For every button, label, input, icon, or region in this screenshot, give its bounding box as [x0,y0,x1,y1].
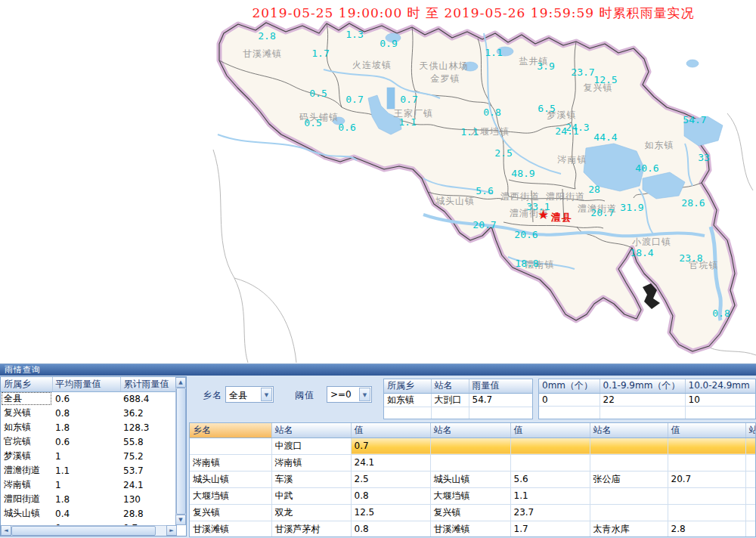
column-header[interactable]: 站名 [430,423,510,438]
cell[interactable]: 0.4 [52,506,120,521]
cell[interactable]: 双龙 [271,504,351,521]
cell[interactable]: 1 [52,478,120,492]
cell[interactable]: 甘溪滩镇 [430,521,510,537]
table-row[interactable]: 官垸镇0.655.8 [1,434,177,449]
cell[interactable]: 城头山镇 [1,506,52,521]
column-header[interactable]: 值 [351,423,430,438]
horizontal-scrollbar[interactable]: ◄ ► [1,525,177,536]
cell[interactable]: 75.2 [120,449,177,463]
vertical-scrollbar[interactable]: ▲ ▼ [175,377,186,525]
cell[interactable] [745,471,756,487]
cell[interactable]: 53.7 [120,463,177,478]
cell[interactable] [430,454,510,471]
cell[interactable]: 24.1 [351,454,430,471]
cell[interactable]: 0 [539,393,600,406]
cell[interactable]: 澧澹街道 [1,463,52,478]
cell[interactable]: 大剅口 [431,393,469,407]
scroll-up-icon[interactable]: ▲ [175,377,186,388]
cell[interactable] [384,407,431,419]
cell[interactable]: 如东镇 [384,393,431,407]
cell[interactable] [590,438,668,454]
column-header[interactable]: 站 [745,423,756,438]
cell[interactable] [745,487,756,504]
cell[interactable]: 涔南镇 [271,454,351,471]
scroll-down-icon[interactable]: ▼ [175,515,186,525]
scrollbar-thumb[interactable] [176,388,186,515]
cell[interactable] [430,438,510,454]
cell[interactable]: 大堰垱镇 [190,487,271,504]
table-row[interactable]: 澧阳街道1.8130 [1,492,177,506]
cell[interactable]: 复兴镇 [1,406,52,420]
cell[interactable] [510,438,590,454]
table-row[interactable]: 中渡口0.7 [190,438,756,454]
cell[interactable]: 10 [685,393,756,406]
column-header[interactable]: 乡名 [190,423,271,438]
cell[interactable]: 如东镇 [1,420,52,434]
cell[interactable]: 22 [600,393,685,406]
cell[interactable]: 1 [52,449,120,463]
cell[interactable] [539,406,600,419]
cell[interactable]: 12.5 [351,504,430,521]
cell[interactable] [745,438,756,454]
cell[interactable]: 复兴镇 [430,504,510,521]
cell[interactable]: 24.1 [120,478,177,492]
cell[interactable] [590,487,668,504]
cell[interactable]: 0.8 [351,487,430,504]
cell[interactable]: 130 [120,492,177,506]
table-row[interactable] [384,407,533,419]
column-header[interactable]: 站名 [271,423,351,438]
scroll-left-icon[interactable]: ◄ [1,525,11,536]
cell[interactable]: 55.8 [120,434,177,449]
cell[interactable]: 全县 [1,391,52,406]
cell[interactable]: 1.1 [510,487,590,504]
cell[interactable]: 0.6 [52,434,120,449]
cell[interactable] [190,438,271,454]
cell[interactable] [668,504,745,521]
cell[interactable]: 54.7 [469,393,533,407]
cell[interactable]: 涔南镇 [190,454,271,471]
table-row[interactable]: 复兴镇双龙12.5复兴镇23.7 [190,504,756,521]
table-row[interactable]: 涔南镇涔南镇24.1 [190,454,756,471]
cell[interactable]: 128.3 [120,420,177,434]
cell[interactable]: 0.8 [52,406,120,420]
column-header[interactable]: 站名 [431,379,469,393]
table-row[interactable]: 梦溪镇175.2 [1,449,177,463]
cell[interactable]: 大堰垱镇 [430,487,510,504]
table-row[interactable]: 甘溪滩镇甘溪芦茅村0.8甘溪滩镇1.7太青水库2.8 [190,521,756,537]
cell[interactable]: 2.5 [351,471,430,487]
table-row[interactable]: 城头山镇车溪2.5城头山镇5.6张公庙20.7 [190,471,756,487]
cell[interactable]: 28.8 [120,506,177,521]
column-header[interactable]: 0mm（个） [539,379,600,393]
column-header[interactable]: 0.1-9.9mm（个） [600,379,685,393]
cell[interactable]: 张公庙 [590,471,668,487]
table-row[interactable]: 城头山镇0.428.8 [1,506,177,521]
cell[interactable]: 23.7 [510,504,590,521]
cell[interactable]: 甘溪滩镇 [190,521,271,537]
threshold-select[interactable]: >=0 ▼ [327,386,372,403]
table-row[interactable]: 02210 [539,393,756,406]
cell[interactable]: 官垸镇 [1,434,52,449]
cell[interactable] [590,454,668,471]
table-row[interactable] [539,406,756,419]
cell[interactable]: 城头山镇 [430,471,510,487]
cell[interactable]: 复兴镇 [190,504,271,521]
scrollbar-thumb[interactable] [11,526,156,536]
cell[interactable] [745,521,756,537]
cell[interactable]: 20.7 [668,471,745,487]
cell[interactable]: 澧阳街道 [1,492,52,506]
cell[interactable]: 中武 [271,487,351,504]
column-header[interactable]: 值 [510,423,590,438]
cell[interactable]: 36.2 [120,406,177,420]
column-header[interactable]: 雨量值 [469,379,533,393]
scroll-right-icon[interactable]: ► [166,525,177,536]
cell[interactable] [745,454,756,471]
column-header[interactable]: 平均雨量值 [52,377,120,391]
cell[interactable]: 车溪 [271,471,351,487]
cell[interactable]: 1.7 [510,521,590,537]
cell[interactable] [668,438,745,454]
table-row[interactable]: 复兴镇0.836.2 [1,406,177,420]
column-header[interactable]: 值 [668,423,745,438]
cell[interactable]: 2.8 [668,521,745,537]
cell[interactable] [590,504,668,521]
column-header[interactable]: 10.0-24.9mm（ [685,379,756,393]
